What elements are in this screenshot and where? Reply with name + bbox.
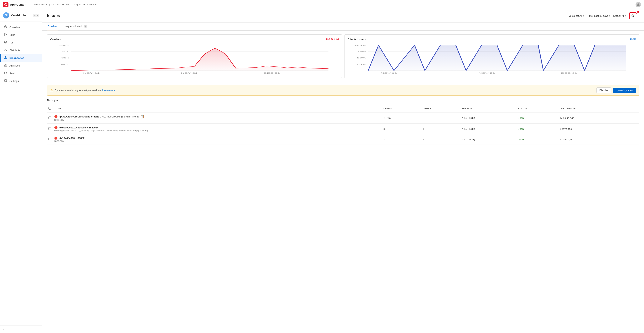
last-report-column-header[interactable]: Last report ↓ bbox=[558, 105, 640, 112]
row-title-cell: 🔴 0x00000000104374000 + 1640564 NSRangeE… bbox=[53, 124, 382, 134]
breadcrumb-item-2[interactable]: CrashProbe bbox=[56, 3, 69, 6]
svg-point-10 bbox=[6, 58, 6, 58]
row-version: 7.1.0 (1337) bbox=[460, 124, 516, 134]
status-chevron-icon: ▾ bbox=[625, 14, 626, 17]
build-icon bbox=[4, 33, 8, 37]
crash-title-bold: -[CRLCrashObjCMsgSend crash] bbox=[60, 115, 99, 118]
error-icon: 🔴 bbox=[54, 115, 58, 118]
svg-line-17 bbox=[633, 16, 634, 17]
row-users: 1 bbox=[422, 124, 460, 134]
svg-text:160k: 160k bbox=[59, 44, 69, 46]
sidebar-label-diagnostics: Diagnostics bbox=[10, 56, 24, 59]
breadcrumb-item-4[interactable]: Issues bbox=[89, 3, 96, 6]
svg-text:80k: 80k bbox=[61, 57, 69, 59]
select-all-header[interactable] bbox=[47, 105, 53, 112]
row-checkbox-cell[interactable] bbox=[47, 134, 53, 145]
clipboard-icon[interactable]: 📋 bbox=[140, 115, 144, 118]
svg-rect-11 bbox=[4, 65, 5, 66]
search-arrow-indicator: ↗ bbox=[636, 10, 640, 15]
crashes-chart: Crashes 192.2k total 160k 120k 80k 40k bbox=[47, 34, 342, 78]
select-all-checkbox[interactable] bbox=[48, 107, 51, 110]
top-navbar: App Center Crashes Test Apps / CrashProb… bbox=[0, 0, 644, 9]
svg-point-16 bbox=[632, 15, 634, 16]
test-icon bbox=[4, 40, 8, 44]
status-filter[interactable]: Status: All ▾ bbox=[613, 14, 626, 17]
table-header-row: Title Count Users Version Status Last re… bbox=[47, 105, 640, 112]
settings-icon bbox=[4, 79, 8, 83]
breadcrumb: Crashes Test Apps / CrashProbe / Diagnos… bbox=[31, 3, 96, 6]
sidebar-item-settings[interactable]: Settings bbox=[0, 77, 42, 85]
sidebar-collapse-button[interactable]: « bbox=[0, 325, 42, 333]
sidebar-item-distribute[interactable]: Distribute bbox=[0, 46, 42, 54]
svg-text:NOV 11: NOV 11 bbox=[83, 72, 100, 74]
svg-point-15 bbox=[5, 80, 6, 81]
sidebar-nav: Overview Build Test Distribute bbox=[0, 22, 42, 325]
table-row: 🔴 0x00000000104374000 + 1640564 NSRangeE… bbox=[47, 124, 640, 134]
time-chevron-icon: ▾ bbox=[609, 14, 610, 17]
sidebar-item-overview[interactable]: Overview bbox=[0, 23, 42, 31]
row-checkbox[interactable] bbox=[48, 138, 51, 140]
row-checkbox-cell[interactable] bbox=[47, 124, 53, 134]
breadcrumb-item-3[interactable]: Diagnostics bbox=[73, 3, 86, 6]
row-checkbox[interactable] bbox=[48, 127, 51, 130]
collapse-icon: « bbox=[3, 328, 4, 331]
crashes-chart-total: 192.2k total bbox=[326, 38, 339, 41]
sidebar-item-analytics[interactable]: Analytics bbox=[0, 62, 42, 69]
count-column-header: Count bbox=[382, 105, 422, 112]
row-title-cell: 🔴 0x10445c000 + 30852 SIGSEGV bbox=[53, 134, 382, 145]
content-header: Issues Versions: All ▾ Time: Last 30 day… bbox=[42, 9, 644, 22]
analytics-icon bbox=[4, 64, 8, 67]
app-logo[interactable]: App Center bbox=[3, 2, 26, 7]
sidebar-label-build: Build bbox=[10, 33, 15, 36]
row-checkbox-cell[interactable] bbox=[47, 112, 53, 124]
push-icon bbox=[4, 71, 8, 75]
row-count: 33 bbox=[382, 124, 422, 134]
status-column-header: Status bbox=[516, 105, 558, 112]
svg-text:NOV 21: NOV 21 bbox=[478, 72, 495, 74]
crash-title-bold: 0x10445c000 + 30852 bbox=[60, 137, 85, 140]
search-button[interactable] bbox=[630, 12, 636, 19]
svg-text:120k: 120k bbox=[59, 50, 69, 52]
users-column-header: Users bbox=[422, 105, 460, 112]
svg-text:25%: 25% bbox=[357, 63, 366, 65]
svg-text:DEC 01: DEC 01 bbox=[561, 72, 577, 74]
top-nav-right bbox=[636, 2, 641, 7]
unsymbolicated-badge: 2 bbox=[84, 25, 87, 28]
header-filters: Versions: All ▾ Time: Last 30 days ▾ Sta… bbox=[568, 12, 640, 19]
learn-more-link[interactable]: Learn more bbox=[102, 89, 115, 92]
distribute-icon bbox=[4, 48, 8, 52]
time-filter[interactable]: Time: Last 30 days ▾ bbox=[587, 14, 610, 17]
upload-symbols-button[interactable]: Upload symbols bbox=[613, 88, 636, 93]
error-icon: 🔴 bbox=[54, 126, 58, 129]
affected-users-chart-header: Affected users 100% bbox=[348, 38, 636, 41]
crash-subtitle: SIGSEGV bbox=[54, 140, 380, 142]
sidebar-app-name: CrashProbe bbox=[11, 14, 26, 17]
versions-filter[interactable]: Versions: All ▾ bbox=[568, 14, 584, 17]
affected-users-chart-title: Affected users bbox=[348, 38, 366, 41]
row-checkbox[interactable] bbox=[48, 116, 51, 119]
main-content: Issues Versions: All ▾ Time: Last 30 day… bbox=[42, 9, 644, 333]
row-users: 1 bbox=[422, 134, 460, 145]
sidebar-label-settings: Settings bbox=[10, 80, 19, 82]
crashes-chart-title: Crashes bbox=[50, 38, 61, 41]
crash-title-bold: 0x00000000104374000 + 1640564 bbox=[60, 126, 98, 129]
warning-icon: ⚠ bbox=[50, 88, 53, 92]
version-column-header: Version bbox=[460, 105, 516, 112]
title-column-header: Title bbox=[53, 105, 382, 112]
sidebar-app-header: CP CrashProbe iOS bbox=[0, 9, 42, 22]
sidebar-item-build[interactable]: Build bbox=[0, 31, 42, 39]
sidebar-item-test[interactable]: Test bbox=[0, 39, 42, 46]
breadcrumb-item-1[interactable]: Crashes Test Apps bbox=[31, 3, 52, 6]
tab-crashes[interactable]: Crashes bbox=[47, 22, 58, 30]
sidebar: CP CrashProbe iOS Overview Build bbox=[0, 9, 42, 333]
app-name-label: App Center bbox=[10, 3, 26, 6]
svg-text:100%: 100% bbox=[354, 44, 366, 46]
table-row: 🔴 0x10445c000 + 30852 SIGSEGV 10 1 7.1.0… bbox=[47, 134, 640, 145]
dismiss-button[interactable]: Dismiss bbox=[596, 87, 611, 93]
sidebar-item-push[interactable]: Push bbox=[0, 69, 42, 77]
sidebar-item-diagnostics[interactable]: Diagnostics bbox=[0, 54, 42, 62]
user-avatar[interactable] bbox=[636, 2, 641, 7]
crash-subtitle: NSRangeException: *** -[_NSArray0 object… bbox=[54, 129, 380, 132]
crash-subtitle: SIGSEGV bbox=[54, 119, 380, 121]
tab-unsymbolicated[interactable]: Unsymbolicated 2 bbox=[63, 22, 88, 30]
